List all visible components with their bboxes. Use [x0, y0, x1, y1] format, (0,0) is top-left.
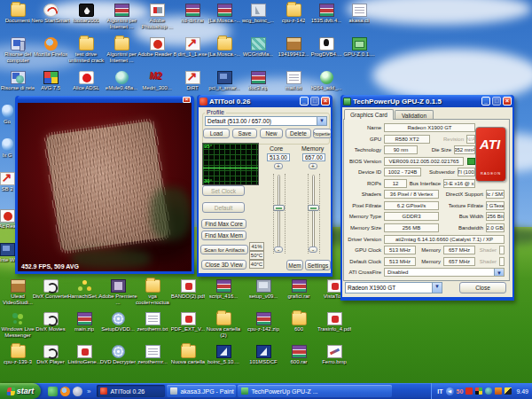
close-icon[interactable]: × [321, 97, 330, 106]
premiere-icon [111, 279, 126, 293]
desktop-icon-akasa-cli[interactable]: akasa.cli [338, 4, 380, 24]
network-icon [11, 71, 26, 84]
settings-button[interactable]: Settings [305, 260, 331, 270]
maximize-icon[interactable]: □ [310, 97, 319, 106]
close-button[interactable]: Close [459, 282, 506, 293]
crossfire-combobox[interactable]: Disabled▼ [384, 268, 505, 277]
close-icon[interactable]: × [183, 97, 191, 103]
desktop-icon-h264-add[interactable]: h264_add_... [305, 71, 348, 91]
chevron-down-icon[interactable]: ▼ [317, 117, 326, 125]
tray-icon-red[interactable] [466, 387, 473, 395]
memory-value-field[interactable]: 657.00 [302, 153, 325, 161]
chip-icon[interactable] [467, 158, 475, 165]
minimize-icon[interactable]: _ [481, 97, 490, 106]
icon-label: wcg_boinc_... [242, 18, 275, 24]
icon-label: Medri_300... [142, 85, 171, 91]
ati-logo-sub: RADEON [476, 171, 505, 176]
gpuz-value: 42.0 GB/s [486, 223, 505, 232]
desktop-icon-ferro-bmp[interactable]: Ferro.bmp [313, 345, 356, 365]
profile-combobox[interactable]: Default (513.00 / 657.00) ▼ [205, 116, 327, 126]
gpuz-label: Bus Interface [409, 181, 441, 186]
desktop-icon-nuova-cartella-2[interactable]: Nuova cartella (2) [202, 312, 245, 339]
psinst-icon [150, 4, 165, 17]
gpuz-label: Memory [418, 247, 441, 253]
chevron-icon[interactable]: » [85, 387, 92, 395]
tealgrid-icon [251, 37, 266, 51]
set-clock-button[interactable]: Set Clock [202, 185, 245, 196]
messenger-icon[interactable] [48, 387, 58, 396]
desktop-icon-gpu-z-0-1[interactable]: GPU-Z.0.1.... [338, 37, 380, 58]
ati-radeon-logo: ATI RADEON [475, 127, 506, 182]
new-button[interactable]: New [260, 129, 283, 138]
icon-label: zerotherm.txt [137, 326, 168, 332]
icon-label: Nuova cartella (2) [204, 326, 243, 339]
3d-view-titlebar[interactable]: × [18, 96, 192, 103]
mem-button[interactable]: Mem [286, 260, 303, 270]
memory-slider-handle[interactable] [308, 205, 319, 211]
desktop-icon-boinc-5-10[interactable]: boinc_5.10.... [202, 345, 245, 365]
tray-icon-yellow[interactable] [505, 387, 512, 395]
memory-minus-button[interactable]: - [309, 246, 317, 253]
app-icon[interactable] [73, 387, 82, 396]
core-slider[interactable] [278, 175, 280, 253]
scan-artifacts-button[interactable]: Scan for Artifacts [200, 245, 248, 254]
gpuz-window: TechPowerUp GPU-Z 0.1.5 _ □ × Graphics C… [340, 95, 514, 301]
tray-icon-avg[interactable] [475, 387, 482, 395]
desktop-icon-script-416[interactable]: script_416... [202, 279, 245, 300]
gpuz-label: Subvendor [423, 169, 455, 175]
tab-graphics-card[interactable]: Graphics Card [344, 109, 394, 120]
core-minus-button[interactable]: - [274, 246, 283, 253]
close-3d-view-button[interactable]: Close 3D View [201, 260, 246, 270]
icon-label: Ferro.bmp [322, 359, 347, 365]
cloud [372, 49, 532, 102]
divx-icon [43, 345, 59, 358]
find-max-mem-button[interactable]: Find Max Mem [201, 231, 246, 240]
save-button[interactable]: Save [232, 129, 257, 138]
tray-icon-teal[interactable] [485, 387, 492, 395]
chevron-down-icon[interactable]: ▼ [494, 269, 504, 276]
artifact [151, 187, 191, 240]
atitool-titlebar[interactable]: ATITool 0.26 _ □ × [199, 95, 331, 107]
task-button-akasa3-jpg-paint[interactable]: akasa3.JPG - Paint [167, 385, 236, 397]
tray-icon-orange[interactable] [495, 387, 502, 395]
memory-slider[interactable] [312, 175, 315, 253]
gpuz-row-gpu: GPUR580 XT2RevisionN/A [346, 135, 475, 144]
close-icon[interactable]: × [503, 97, 512, 106]
gpuz-label: Bus Width [441, 214, 483, 219]
chevron-down-icon[interactable]: ▼ [432, 283, 442, 293]
folder-icon [217, 37, 232, 51]
icon-label: eMule0.48a... [106, 85, 137, 91]
gpuz-titlebar[interactable]: TechPowerUp GPU-Z 0.1.5 _ □ × [342, 95, 512, 107]
core-value-field[interactable]: 513.00 [267, 153, 290, 161]
icon-label: Inte W [0, 257, 15, 263]
card-select-combobox[interactable]: Radeon X1900 GT ▼ [345, 282, 442, 293]
task-button-atitool-0-26[interactable]: ATITool 0.26 [97, 385, 165, 397]
properties-button[interactable]: Properties [313, 129, 331, 138]
language-indicator[interactable]: IT [437, 388, 442, 395]
icon-label: GPU-Z.0.1.... [343, 51, 374, 58]
firefox-icon[interactable] [60, 387, 70, 396]
icon-label: cpu-z-139-3 [4, 359, 32, 365]
minimize-icon[interactable]: _ [300, 97, 309, 106]
core-plus-button[interactable]: + [274, 163, 283, 169]
gpuz-icon [352, 37, 367, 51]
find-max-core-button[interactable]: Find Max Core [201, 219, 246, 229]
task-button-techpowerup-gpu-z[interactable]: TechPowerUp GPU-Z ... [238, 385, 392, 397]
load-button[interactable]: Load [203, 129, 230, 138]
m2-icon [150, 71, 165, 84]
memory-plus-button[interactable]: + [309, 163, 317, 169]
start-button[interactable]: start [0, 383, 41, 399]
default-button[interactable]: Default [202, 202, 245, 213]
core-slider-handle[interactable] [273, 205, 285, 211]
hide-icons-chevron[interactable]: ◀ [446, 387, 454, 395]
icon-label: cpu-z-142 [282, 18, 306, 24]
gpuz-value: ati2mtag 6.14.10.6660 (Catalyst 7.1) / X… [384, 235, 505, 244]
start-label: start [17, 387, 35, 395]
ati-logo-text: ATI [480, 137, 500, 152]
maximize-icon[interactable]: □ [492, 97, 501, 106]
desktop-icon-trasinfo-4-pdf[interactable]: Trasinfo_4.pdf [313, 312, 356, 332]
icon-label: main.zip [74, 326, 94, 332]
graph-min-label: 30° [204, 178, 212, 184]
icon-label: WCGridMa... [243, 51, 274, 58]
delete-button[interactable]: Delete [286, 129, 311, 138]
